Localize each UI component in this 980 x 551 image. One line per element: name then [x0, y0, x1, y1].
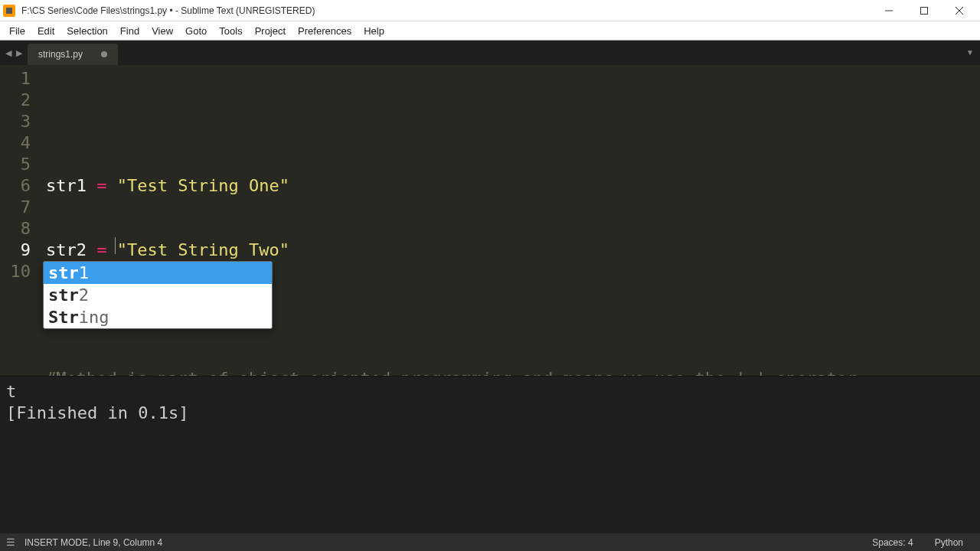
line-number: 6: [0, 175, 31, 197]
autocomplete-popup[interactable]: str1 str2 String: [43, 261, 273, 329]
tab-label: strings1.py: [38, 49, 83, 60]
mouse-cursor-icon: [115, 237, 116, 254]
line-number: 8: [0, 218, 31, 240]
titlebar: F:\CS Series\Code Files\strings1.py • - …: [0, 0, 980, 21]
menu-help[interactable]: Help: [358, 23, 390, 39]
close-button[interactable]: [942, 0, 977, 21]
minimap[interactable]: [971, 65, 980, 376]
tab-overflow-icon[interactable]: ▼: [966, 48, 974, 57]
autocomplete-item[interactable]: str2: [44, 284, 272, 306]
menu-preferences[interactable]: Preferences: [292, 23, 358, 39]
menu-project[interactable]: Project: [249, 23, 292, 39]
menu-edit[interactable]: Edit: [31, 23, 60, 39]
svg-rect-1: [921, 7, 928, 14]
statusbar: ☰ INSERT MODE, Line 9, Column 4 Spaces: …: [0, 533, 980, 551]
menu-file[interactable]: File: [3, 23, 31, 39]
tabbar: ◀ ▶ strings1.py ▼: [0, 41, 980, 65]
dirty-indicator-icon: [101, 51, 107, 57]
menu-tools[interactable]: Tools: [213, 23, 248, 39]
build-output[interactable]: t [Finished in 0.1s]: [0, 376, 980, 533]
gutter: 1 2 3 4 5 6 7 8 9 10: [0, 65, 37, 376]
menu-goto[interactable]: Goto: [179, 23, 213, 39]
tab-strings1[interactable]: strings1.py: [28, 44, 118, 65]
line-number: 4: [0, 132, 31, 154]
tab-nav-back-icon[interactable]: ◀: [3, 48, 14, 58]
autocomplete-item[interactable]: str1: [44, 262, 272, 284]
minimize-button[interactable]: [871, 0, 906, 21]
build-line: [Finished in 0.1s]: [6, 403, 974, 424]
line-number: 9: [0, 240, 31, 261]
menu-selection[interactable]: Selection: [60, 23, 113, 39]
line-number: 7: [0, 197, 31, 218]
status-spaces[interactable]: Spaces: 4: [861, 537, 923, 548]
editor[interactable]: 1 2 3 4 5 6 7 8 9 10 str1 = "Test String…: [0, 65, 980, 376]
panel-switcher-icon[interactable]: ☰: [6, 536, 15, 548]
app-icon: [3, 5, 15, 17]
build-line: t: [6, 381, 974, 403]
line-number: 5: [0, 154, 31, 175]
window-title: F:\CS Series\Code Files\strings1.py • - …: [21, 5, 871, 16]
status-language[interactable]: Python: [924, 537, 974, 548]
line-number: 10: [0, 261, 31, 282]
tab-nav-forward-icon[interactable]: ▶: [14, 48, 24, 58]
status-mode: INSERT MODE, Line 9, Column 4: [24, 537, 162, 548]
menu-find[interactable]: Find: [114, 23, 145, 39]
line-number: 3: [0, 111, 31, 132]
menubar: File Edit Selection Find View Goto Tools…: [0, 21, 980, 41]
line-number: 1: [0, 68, 31, 90]
code-area[interactable]: str1 = "Test String One" str2 = "Test St…: [46, 68, 968, 376]
menu-view[interactable]: View: [145, 23, 179, 39]
line-number: 2: [0, 90, 31, 111]
autocomplete-item[interactable]: String: [44, 306, 272, 328]
maximize-button[interactable]: [906, 0, 942, 21]
